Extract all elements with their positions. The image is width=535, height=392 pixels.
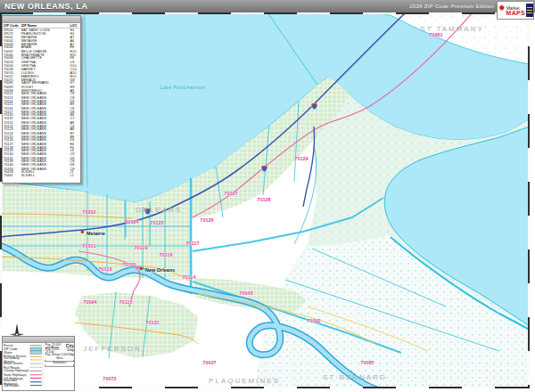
logo-word1: Market [506, 5, 522, 10]
legend-swatch [30, 385, 42, 386]
zip-code-label: 70461 [429, 32, 442, 37]
zip-code-label: 70115 [119, 299, 133, 305]
legend-swatch [30, 355, 42, 356]
edition-label: 2026 ZIP Code Premium Edition [409, 4, 494, 9]
right-ruler [528, 12, 530, 388]
scale-bar-kilometers: Kilometers [45, 362, 74, 366]
zip-code-label: 70072 [103, 376, 116, 381]
logo-word2: MAPS [506, 11, 525, 16]
zip-code-label: 70117 [186, 241, 200, 246]
city-marker-icon [140, 267, 143, 270]
map-title: NEW ORLEANS, LA [0, 2, 88, 11]
legend-swatch [30, 345, 42, 346]
zip-code-label: 70085 [360, 360, 374, 365]
legend-population-class: Pop. 5,000 - 25,000City [45, 347, 74, 352]
zip-code-label: 70037 [202, 360, 216, 365]
zip-code-label: 70129 [294, 156, 308, 161]
zip-code-label: 70119 [135, 245, 148, 250]
legend-swatch [30, 351, 42, 355]
zip-index-header: ZIP Code Index/Grid Locator [3, 16, 80, 23]
city-marker-icon [81, 231, 84, 233]
zip-code-label: 70001 [82, 243, 95, 249]
zip-code-label: 70131 [145, 320, 159, 325]
legend-symbol-list: ParishZIP CodeWaterPrimary StreetsSecond… [3, 344, 43, 388]
zip-code-label: 70130 [122, 262, 136, 267]
city-label: New Orleans [145, 267, 175, 273]
zip-code-label: 70126 [200, 217, 213, 223]
water-body-label: Lake Pontchartrain [160, 85, 206, 90]
bottom-ruler [0, 387, 530, 388]
legend-swatch [30, 381, 42, 382]
zip-code-label: 70092 [307, 318, 320, 323]
legend-swatch [30, 378, 42, 379]
zip-code-label: 70118 [99, 266, 112, 272]
logo-star-icon: ✹ [498, 4, 506, 12]
county-label: PLAQUEMINES [209, 377, 280, 385]
legend-swatch [30, 359, 42, 360]
zip-index-panel: ZIP Code Index/Grid Locator ZIP Code ZIP… [2, 15, 81, 184]
legend-population-list: Pop. 25,000 and AboveCityPop. 5,000 - 25… [43, 344, 74, 388]
zip-code-label: 70114 [183, 274, 197, 280]
legend-swatch [30, 374, 42, 375]
publisher-logo: ✹ Market MAPS [497, 1, 534, 20]
zip-code-label: 70002 [82, 209, 95, 215]
county-label: JEFFERSON [83, 345, 142, 353]
zip-index-rows: 39520BAY SAINT LOUISN139572PEARLINGTONN1… [3, 28, 79, 177]
city-label: Metairie [86, 231, 105, 236]
zip-code-label: 70094 [83, 299, 97, 305]
legend-header: Map Legend [3, 337, 74, 343]
zip-code-label: 70124 [125, 219, 139, 225]
zip-code-label: 70127 [224, 191, 237, 196]
zip-code-label: 70116 [160, 252, 173, 257]
zip-code-label: 70128 [257, 197, 270, 202]
county-label: ST BERNARD [323, 373, 386, 381]
legend-swatch [30, 367, 42, 368]
legend-swatch [30, 371, 42, 372]
zip-index-row: 70461SLIDELLL1 [3, 174, 79, 177]
legend-swatch [30, 363, 42, 364]
top-ruler [0, 12, 530, 14]
map-legend-panel: Map Legend ParishZIP CodeWaterPrimary St… [2, 336, 75, 391]
zip-code-label: 70122 [150, 220, 163, 225]
zip-code-label: 70043 [239, 290, 252, 296]
county-label: ORLEANS [136, 206, 182, 214]
logo-badge [526, 4, 533, 17]
zip-code-wall-map: NEW ORLEANS, LA 2026 ZIP Code Premium Ed… [0, 0, 535, 392]
